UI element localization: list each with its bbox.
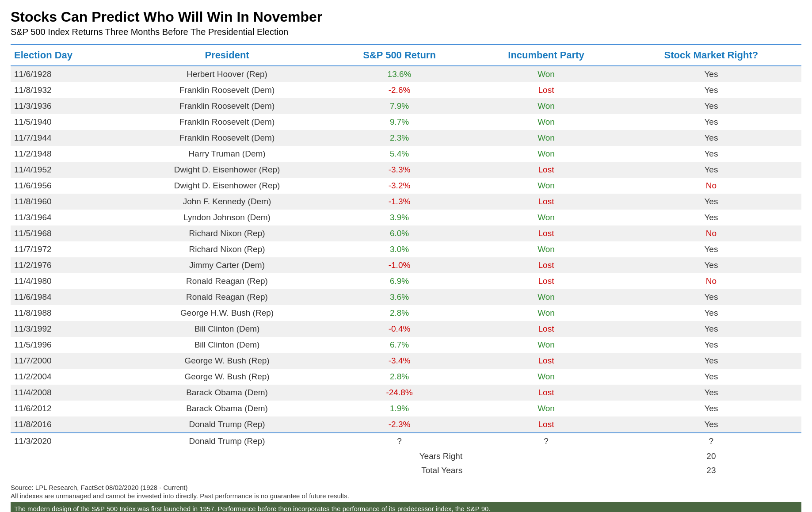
cell-president: George W. Bush (Rep) (126, 369, 328, 385)
cell-return: 2.8% (328, 305, 471, 321)
table-row: 11/3/1936 Franklin Roosevelt (Dem) 7.9% … (11, 98, 801, 114)
cell-return: -0.4% (328, 321, 471, 337)
cell-election-date: 11/5/1968 (11, 225, 126, 241)
cell-return: -1.0% (328, 257, 471, 273)
cell-election-date: 11/4/1952 (11, 162, 126, 178)
cell-incumbent: Lost (471, 225, 621, 241)
cell-incumbent: Lost (471, 416, 621, 433)
cell-election-date: 11/8/1960 (11, 194, 126, 210)
cell-stock-right: Yes (621, 130, 801, 146)
cell-return: 9.7% (328, 114, 471, 130)
summary-label: Total Years (11, 463, 471, 478)
cell-president: Ronald Reagan (Rep) (126, 289, 328, 305)
cell-return: -3.2% (328, 178, 471, 194)
cell-return: 6.9% (328, 273, 471, 289)
table-row: 11/5/1940 Franklin Roosevelt (Dem) 9.7% … (11, 114, 801, 130)
disclaimer-line: All indexes are unmanaged and cannot be … (11, 492, 801, 500)
header-election-day: Election Day (11, 45, 126, 66)
cell-stock-right: No (621, 273, 801, 289)
cell-return: 1.9% (328, 401, 471, 416)
cell-stock-right: Yes (621, 210, 801, 225)
cell-return: -3.3% (328, 162, 471, 178)
summary-spacer (471, 449, 621, 463)
cell-president: Richard Nixon (Rep) (126, 241, 328, 257)
cell-return: -24.8% (328, 385, 471, 401)
table-row: 11/4/1952 Dwight D. Eisenhower (Rep) -3.… (11, 162, 801, 178)
cell-incumbent: Won (471, 98, 621, 114)
cell-president: Bill Clinton (Dem) (126, 321, 328, 337)
cell-stock-right: Yes (621, 369, 801, 385)
summary-value: 20 (621, 449, 801, 463)
cell-election-date: 11/6/1984 (11, 289, 126, 305)
cell-stock-right: Yes (621, 114, 801, 130)
cell-president: Donald Trump (Rep) (126, 416, 328, 433)
cell-incumbent: Lost (471, 257, 621, 273)
cell-return: 6.0% (328, 225, 471, 241)
cell-incumbent: Won (471, 241, 621, 257)
cell-stock-right: Yes (621, 401, 801, 416)
cell-incumbent: Lost (471, 321, 621, 337)
cell-president: Donald Trump (Rep) (126, 433, 328, 449)
header-sp500-return: S&P 500 Return (328, 45, 471, 66)
cell-stock-right: Yes (621, 385, 801, 401)
summary-row: Years Right 20 (11, 449, 801, 463)
table-row: 11/2/1948 Harry Truman (Dem) 5.4% Won Ye… (11, 146, 801, 162)
cell-president: Lyndon Johnson (Dem) (126, 210, 328, 225)
cell-return: -1.3% (328, 194, 471, 210)
summary-label: Years Right (11, 449, 471, 463)
cell-stock-right: Yes (621, 353, 801, 369)
table-row: 11/4/2008 Barack Obama (Dem) -24.8% Lost… (11, 385, 801, 401)
cell-return: 2.8% (328, 369, 471, 385)
table-row: 11/2/1976 Jimmy Carter (Dem) -1.0% Lost … (11, 257, 801, 273)
cell-incumbent: Lost (471, 162, 621, 178)
cell-election-date: 11/5/1996 (11, 337, 126, 353)
cell-president: Franklin Roosevelt (Dem) (126, 82, 328, 98)
cell-stock-right: Yes (621, 162, 801, 178)
cell-president: Dwight D. Eisenhower (Rep) (126, 162, 328, 178)
cell-president: Richard Nixon (Rep) (126, 225, 328, 241)
table-row: 11/8/1932 Franklin Roosevelt (Dem) -2.6%… (11, 82, 801, 98)
table-row: 11/5/1996 Bill Clinton (Dem) 6.7% Won Ye… (11, 337, 801, 353)
cell-election-date: 11/4/1980 (11, 273, 126, 289)
header-incumbent-party: Incumbent Party (471, 45, 621, 66)
cell-stock-right: ? (621, 433, 801, 449)
table-row: 11/8/1988 George H.W. Bush (Rep) 2.8% Wo… (11, 305, 801, 321)
cell-incumbent: Won (471, 369, 621, 385)
cell-election-date: 11/8/1932 (11, 82, 126, 98)
cell-election-date: 11/6/1928 (11, 66, 126, 82)
cell-incumbent: Won (471, 130, 621, 146)
source-line: Source: LPL Research, FactSet 08/02/2020… (11, 484, 801, 491)
cell-election-date: 11/2/1948 (11, 146, 126, 162)
cell-stock-right: Yes (621, 416, 801, 433)
cell-election-date: 11/3/1992 (11, 321, 126, 337)
cell-election-date: 11/2/2004 (11, 369, 126, 385)
cell-president: Herbert Hoover (Rep) (126, 66, 328, 82)
cell-return: 13.6% (328, 66, 471, 82)
table-row: 11/6/1928 Herbert Hoover (Rep) 13.6% Won… (11, 66, 801, 82)
cell-incumbent: Lost (471, 353, 621, 369)
cell-return: 2.3% (328, 130, 471, 146)
subtitle: S&P 500 Index Returns Three Months Befor… (11, 27, 801, 37)
cell-election-date: 11/6/1956 (11, 178, 126, 194)
cell-stock-right: No (621, 225, 801, 241)
cell-incumbent: Won (471, 178, 621, 194)
cell-incumbent: Won (471, 66, 621, 82)
header-stock-market-right: Stock Market Right? (621, 45, 801, 66)
main-title: Stocks Can Predict Who Will Win In Novem… (11, 9, 801, 25)
cell-return: -2.3% (328, 416, 471, 433)
cell-election-date: 11/8/1988 (11, 305, 126, 321)
cell-incumbent: Won (471, 210, 621, 225)
cell-incumbent: Won (471, 289, 621, 305)
table-row: 11/5/1968 Richard Nixon (Rep) 6.0% Lost … (11, 225, 801, 241)
cell-stock-right: Yes (621, 66, 801, 82)
cell-president: John F. Kennedy (Dem) (126, 194, 328, 210)
table-row: 11/8/1960 John F. Kennedy (Dem) -1.3% Lo… (11, 194, 801, 210)
cell-stock-right: Yes (621, 194, 801, 210)
cell-return: 3.6% (328, 289, 471, 305)
cell-president: Barack Obama (Dem) (126, 385, 328, 401)
cell-incumbent: Lost (471, 82, 621, 98)
cell-election-date: 11/7/1944 (11, 130, 126, 146)
cell-election-date: 11/7/2000 (11, 353, 126, 369)
cell-stock-right: Yes (621, 98, 801, 114)
header-president: President (126, 45, 328, 66)
